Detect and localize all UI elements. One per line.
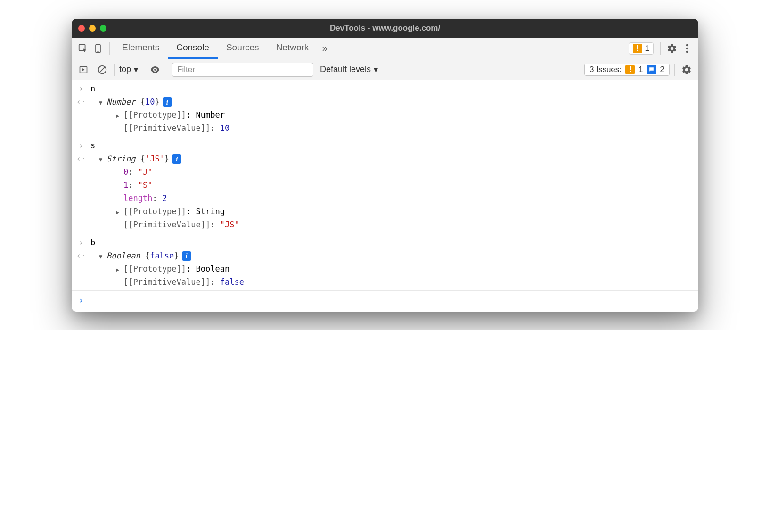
header-issues-badge[interactable]: ! 1: [629, 42, 654, 55]
warning-icon: !: [625, 65, 635, 74]
titlebar: DevTools - www.google.com/: [72, 19, 698, 38]
device-toolbar-icon[interactable]: [90, 41, 106, 56]
input-marker-icon: ›: [72, 139, 90, 152]
divider: [143, 64, 143, 76]
object-property[interactable]: [[Prototype]]: Boolean: [90, 262, 698, 275]
header-issues-count: 1: [645, 44, 649, 53]
toolbar-issues-pill[interactable]: 3 Issues: ! 1 2: [584, 64, 670, 76]
object-property[interactable]: [[PrimitiveValue]]: 10: [90, 121, 698, 135]
object-property[interactable]: 1: "S": [90, 178, 698, 192]
minimize-window-button[interactable]: [89, 25, 96, 32]
console-input: n: [90, 82, 698, 95]
inspect-element-icon[interactable]: [75, 41, 90, 56]
object-preview[interactable]: Number {10}i: [90, 95, 698, 108]
collapse-toggle-icon[interactable]: [99, 95, 106, 108]
warn-count: 1: [639, 65, 643, 74]
object-property[interactable]: [[PrimitiveValue]]: "JS": [90, 218, 698, 231]
divider: [167, 64, 167, 76]
collapse-toggle-icon[interactable]: [99, 152, 106, 165]
object-property[interactable]: [[Prototype]]: Number: [90, 108, 698, 121]
close-window-button[interactable]: [78, 25, 85, 32]
console-prompt-icon: ›: [72, 294, 90, 307]
more-tabs-button[interactable]: »: [317, 43, 332, 54]
expand-toggle-icon[interactable]: [116, 108, 123, 121]
zoom-window-button[interactable]: [100, 25, 106, 32]
devtools-window: DevTools - www.google.com/ Elements Cons…: [72, 19, 698, 312]
divider: [109, 42, 110, 55]
traffic-lights: [78, 25, 106, 32]
divider: [114, 64, 115, 76]
clear-console-icon[interactable]: [95, 63, 109, 77]
warning-icon: !: [633, 44, 642, 53]
console-entry: ›s‹·String {'JS'}i0: "J"1: "S"length: 2[…: [72, 137, 698, 234]
divider: [660, 42, 661, 55]
object-property[interactable]: [[Prototype]]: String: [90, 205, 698, 218]
object-property[interactable]: 0: "J": [90, 165, 698, 178]
expand-toggle-icon[interactable]: [116, 262, 123, 275]
info-icon[interactable]: i: [163, 97, 172, 107]
svg-line-8: [100, 67, 105, 72]
object-preview[interactable]: Boolean {false}i: [90, 249, 698, 262]
expand-toggle-icon[interactable]: [116, 205, 123, 218]
settings-button[interactable]: [664, 41, 680, 56]
svg-point-5: [686, 50, 688, 52]
output-marker-icon: ‹·: [72, 249, 90, 262]
tabs: Elements Console Sources Network: [114, 38, 317, 59]
message-icon: [647, 65, 656, 74]
object-preview[interactable]: String {'JS'}i: [90, 152, 698, 165]
console-entry: ›b‹·Boolean {false}i[[Prototype]]: Boole…: [72, 234, 698, 291]
more-options-button[interactable]: [680, 44, 695, 53]
svg-point-4: [686, 47, 688, 49]
levels-label: Default levels: [320, 64, 371, 74]
chevron-down-icon: ▾: [134, 64, 138, 75]
tab-sources[interactable]: Sources: [218, 38, 268, 59]
console-input: s: [90, 139, 698, 152]
console-output: ›n‹·Number {10}i[[Prototype]]: Number[[P…: [72, 80, 698, 312]
log-levels-selector[interactable]: Default levels ▾: [320, 64, 378, 75]
info-icon[interactable]: i: [182, 251, 191, 261]
window-title: DevTools - www.google.com/: [72, 24, 698, 33]
input-marker-icon: ›: [72, 236, 90, 249]
tab-console[interactable]: Console: [168, 38, 218, 59]
object-property[interactable]: [[PrimitiveValue]]: false: [90, 275, 698, 289]
tab-elements[interactable]: Elements: [114, 38, 168, 59]
console-input: b: [90, 236, 698, 249]
msg-count: 2: [660, 65, 664, 74]
output-marker-icon: ‹·: [72, 95, 90, 108]
chevron-down-icon: ▾: [374, 64, 378, 75]
context-selector[interactable]: top ▾: [119, 64, 138, 75]
toggle-sidebar-icon[interactable]: [76, 63, 90, 77]
info-icon[interactable]: i: [172, 154, 181, 164]
svg-point-3: [686, 44, 688, 46]
console-entry: ›n‹·Number {10}i[[Prototype]]: Number[[P…: [72, 80, 698, 137]
tab-network[interactable]: Network: [268, 38, 318, 59]
output-marker-icon: ‹·: [72, 152, 90, 165]
filter-input[interactable]: [172, 63, 313, 77]
live-expression-icon[interactable]: [148, 63, 162, 77]
collapse-toggle-icon[interactable]: [99, 249, 106, 262]
divider: [674, 64, 675, 76]
main-tabbar: Elements Console Sources Network » ! 1: [72, 38, 698, 59]
input-marker-icon: ›: [72, 82, 90, 95]
console-settings-button[interactable]: [680, 63, 694, 77]
console-toolbar: top ▾ Default levels ▾ 3 Issues: ! 1 2: [72, 59, 698, 80]
object-property[interactable]: length: 2: [90, 192, 698, 205]
issues-label: 3 Issues:: [590, 65, 622, 74]
context-label: top: [119, 64, 131, 74]
